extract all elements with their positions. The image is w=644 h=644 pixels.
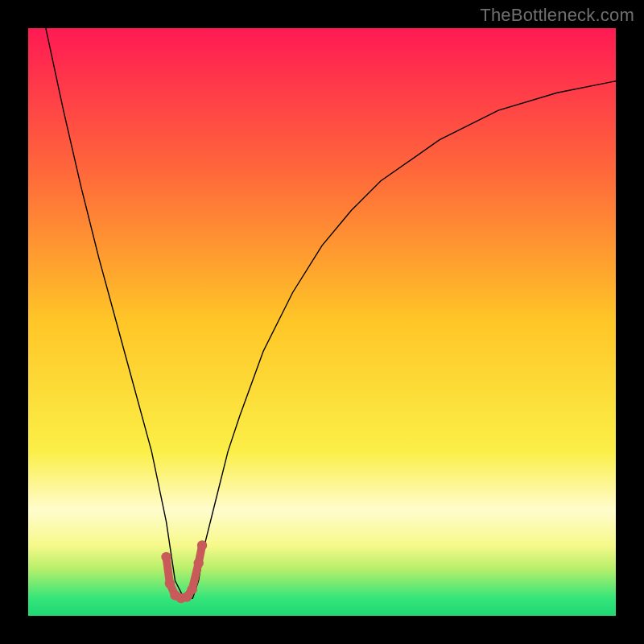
sweet-spot-marker xyxy=(187,584,196,594)
sweet-spot-marker xyxy=(193,558,203,568)
outer-black-frame: TheBottleneck.com xyxy=(0,0,644,644)
sweet-spot-marker xyxy=(165,579,175,588)
sweet-spot-marker xyxy=(197,540,207,550)
curve-layer xyxy=(28,28,616,616)
watermark-text: TheBottleneck.com xyxy=(480,5,634,26)
bottleneck-curve-line xyxy=(46,28,616,598)
sweet-spot-marker xyxy=(161,552,171,562)
